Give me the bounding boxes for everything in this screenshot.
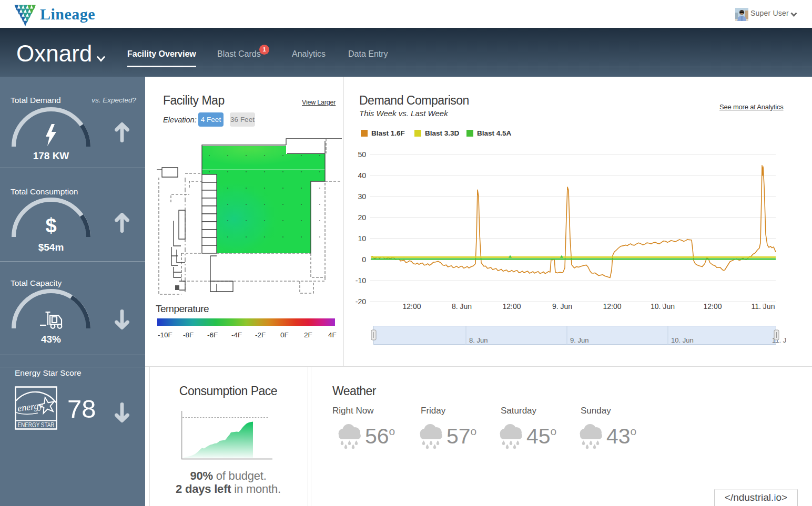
svg-text:Blast 1.6F: Blast 1.6F (371, 129, 405, 137)
svg-text:0: 0 (362, 255, 366, 264)
svg-text:Blast 3.3D: Blast 3.3D (425, 129, 460, 137)
svg-text:12:00: 12:00 (603, 302, 621, 311)
svg-text:8. Jun: 8. Jun (452, 302, 472, 311)
svg-text:20: 20 (358, 213, 366, 222)
svg-text:11. Jun: 11. Jun (752, 302, 775, 311)
svg-text:energy: energy (17, 400, 43, 414)
svg-text:12:00: 12:00 (703, 302, 722, 311)
svg-text:10: 10 (358, 234, 366, 243)
svg-text:9. Jun: 9. Jun (552, 302, 572, 311)
svg-text:12:00: 12:00 (502, 302, 521, 311)
svg-text:12:00: 12:00 (402, 302, 421, 311)
svg-text:40: 40 (358, 171, 366, 180)
svg-text:-10: -10 (356, 276, 366, 285)
svg-text:9. Jun: 9. Jun (570, 336, 588, 344)
svg-text:ENERGY STAR: ENERGY STAR (18, 421, 55, 429)
svg-text:-20: -20 (356, 297, 366, 306)
svg-text:8. Jun: 8. Jun (469, 336, 488, 344)
svg-text:Blast 4.5A: Blast 4.5A (477, 129, 512, 137)
svg-text:10. Jun: 10. Jun (651, 302, 675, 311)
svg-text:30: 30 (358, 192, 366, 201)
svg-text:10. Jun: 10. Jun (671, 336, 694, 344)
svg-text:50: 50 (358, 150, 366, 159)
